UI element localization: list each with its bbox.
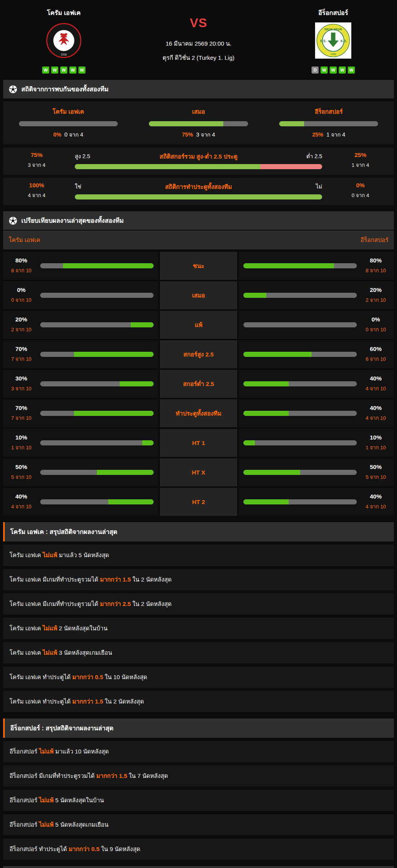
compare-right-pct: 20% [362, 286, 389, 293]
compare-right-bar [243, 352, 357, 357]
compare-left-bar [40, 322, 154, 327]
compare-left-pct: 20% [8, 316, 35, 323]
summary-highlight: มากกว่า 0.5 [69, 846, 99, 852]
summary-row: โครัม เอฟเค ทำประตูได้ มากกว่า 0.5 ใน 10… [3, 667, 394, 688]
compare-right-frac: 4 จาก 10 [362, 414, 389, 422]
compare-team-names: โครัม เอฟเค อีร็อกสปอร์ [3, 231, 394, 249]
summary-row: โครัม เอฟเค มีเกมที่ทำประตูรวมได้ มากกว่… [3, 569, 394, 590]
compare-left-bar [40, 411, 154, 416]
compare-section: เปรียบเทียบผลงานล่าสุดของทั้งสองทีม โครั… [3, 211, 394, 516]
compare-right-frac: 6 จาก 10 [362, 355, 389, 363]
compare-row: 20%2 จาก 10 แพ้ 0%0 จาก 10 [3, 311, 394, 339]
compare-row: 0%0 จาก 10 เสมอ 20%2 จาก 10 [3, 281, 394, 309]
summary-row: โครัม เอฟเค ไม่แพ้ 3 นัดหลังสุดเกมเยือน [3, 642, 394, 663]
home-team-logo: 2018 [46, 22, 82, 59]
compare-right-pct: 10% [362, 434, 389, 441]
h2h-results-section: ผลงานการพบกันล่าสุดของทั้งสองทีม ดูทั้งห… [3, 866, 394, 868]
svg-text:1959: 1959 [330, 53, 336, 55]
compare-row: 70%7 จาก 10 สกอร์สูง 2.5 60%6 จาก 10 [3, 340, 394, 368]
svg-text:EROK·SPOR: EROK·SPOR [325, 28, 342, 31]
compare-right-pct: 50% [362, 464, 389, 470]
compare-row: 40%4 จาก 10 HT 2 40%4 จาก 10 [3, 488, 394, 516]
compare-row-label: ทำประตูทั้งสองทีม [160, 399, 237, 427]
compare-right-bar [243, 440, 357, 445]
summary-highlight: มากกว่า 0.5 [72, 674, 103, 680]
compare-left-pct: 80% [8, 257, 35, 264]
team2-summary-header: อีร็อกสปอร์ : สรุปสถิติจากผลงานล่าสุด [3, 718, 394, 738]
compare-row-label: HT 1 [160, 429, 237, 457]
compare-header: เปรียบเทียบผลงานล่าสุดของทั้งสองทีม [3, 211, 394, 230]
compare-right-bar [243, 499, 357, 504]
compare-right-bar [243, 381, 357, 386]
form-badge: W [348, 66, 355, 74]
compare-right-pct: 40% [362, 375, 389, 382]
summary-highlight: ไม่แพ้ [43, 552, 57, 558]
summary-row: อีร็อกสปอร์ ไม่แพ้ 5 นัดหลังสุดในบ้าน [3, 790, 394, 811]
summary-highlight: ไม่แพ้ [39, 748, 54, 755]
stat-pct: 75% [182, 131, 193, 138]
compare-right-pct: 40% [362, 404, 389, 411]
compare-left-pct: 40% [8, 493, 35, 500]
compare-left-bar [40, 293, 154, 298]
compare-row-label: ชนะ [160, 252, 237, 280]
compare-row: 10%1 จาก 10 HT 1 10%1 จาก 10 [3, 429, 394, 457]
form-badge: W [42, 66, 49, 74]
compare-right-frac: 2 จาก 10 [362, 296, 389, 304]
form-badge: W [60, 66, 67, 74]
form-badge: W [51, 66, 58, 74]
erokspor-crest-icon: E.S. K.D. EROK·SPOR 1959 [315, 22, 351, 59]
h2h-draw-col: เสมอ 75%3 จาก 4 [134, 107, 264, 139]
form-badge: W [330, 66, 337, 74]
compare-row: 30%3 จาก 10 สกอร์ต่ำ 2.5 40%4 จาก 10 [3, 370, 394, 398]
summary-row: อีร็อกสปอร์ มีเกมที่ทำประตูรวมได้ มากกว่… [3, 765, 394, 787]
ou-bar [75, 164, 322, 169]
match-header: โครัม เอฟเค 2018 WWWWW VS 16 มีนาคม 2569… [0, 0, 397, 74]
ou-left-frac: 3 จาก 4 [3, 161, 70, 169]
compare-row-label: แพ้ [160, 311, 237, 339]
stat-bar [279, 121, 378, 126]
summary-highlight: ไม่แพ้ [39, 797, 54, 803]
compare-right-frac: 4 จาก 10 [362, 384, 389, 393]
compare-right-bar [243, 293, 357, 298]
stat-frac: 3 จาก 4 [196, 131, 215, 138]
btts-row: 100%4 จาก 4 ใช่ สถิติการทำประตูทั้งสองที… [3, 178, 394, 205]
stat-frac: 1 จาก 4 [327, 131, 345, 138]
compare-right-pct: 60% [362, 345, 389, 352]
compare-right-pct: 80% [362, 257, 389, 264]
stat-bar [149, 121, 248, 126]
compare-left-frac: 8 จาก 10 [8, 266, 35, 275]
summary-row: โครัม เอฟเค มีเกมที่ทำประตูรวมได้ มากกว่… [3, 593, 394, 615]
h2h-results-header: ผลงานการพบกันล่าสุดของทั้งสองทีม ดูทั้งห… [3, 866, 394, 868]
away-team-logo: E.S. K.D. EROK·SPOR 1959 [315, 22, 351, 59]
compare-row-label: เสมอ [160, 281, 237, 309]
h2h-stats-header: สถิติจากการพบกันของทั้งสองทีม [3, 80, 394, 98]
soccer-ball-icon [9, 216, 17, 225]
compare-left-frac: 4 จาก 10 [8, 502, 35, 511]
page: โครัม เอฟเค 2018 WWWWW VS 16 มีนาคม 2569… [0, 0, 397, 868]
compare-left-frac: 7 จาก 10 [8, 355, 35, 363]
away-team-block: อีร็อกสปอร์ E.S. K.D. EROK·SPOR 1959 DWW… [269, 6, 397, 74]
compare-left-pct: 30% [8, 375, 35, 382]
over-under-row: 75%3 จาก 4 สูง 2.5 สถิติสกอร์รวม สูง-ต่ำ… [3, 148, 394, 175]
away-team-name: อีร็อกสปอร์ [269, 8, 397, 18]
btts-title: สถิติการทำประตูทั้งสองทีม [75, 182, 322, 192]
stat-label: โครัม เอฟเค [3, 107, 134, 116]
compare-left-bar [40, 470, 154, 475]
match-datetime: 16 มีนาคม 2569 20:00 น. [128, 39, 269, 48]
summary-highlight: ไม่แพ้ [43, 625, 57, 632]
ou-right-pct: 25% [327, 151, 394, 158]
compare-left-frac: 2 จาก 10 [8, 325, 35, 334]
compare-left-bar [40, 381, 154, 386]
ou-left-pct: 75% [3, 151, 70, 158]
compare-right-frac: 1 จาก 10 [362, 443, 389, 452]
league-name: ตุรกี ดิวิชั่น 2 (Turkey 1. Lig) [128, 53, 269, 63]
stat-pct: 25% [312, 131, 323, 138]
form-badge: D [312, 66, 319, 74]
summary-highlight: ไม่แพ้ [39, 821, 54, 828]
h2h-away-win-col: อีร็อกสปอร์ 25%1 จาก 4 [263, 107, 394, 139]
compare-right-pct: 0% [362, 316, 389, 323]
h2h-home-win-col: โครัม เอฟเค 0%0 จาก 4 [3, 107, 134, 139]
compare-row: 80%8 จาก 10 ชนะ 80%8 จาก 10 [3, 252, 394, 280]
svg-text:E.S.: E.S. [320, 39, 327, 43]
compare-row: 50%5 จาก 10 HT X 50%5 จาก 10 [3, 458, 394, 486]
